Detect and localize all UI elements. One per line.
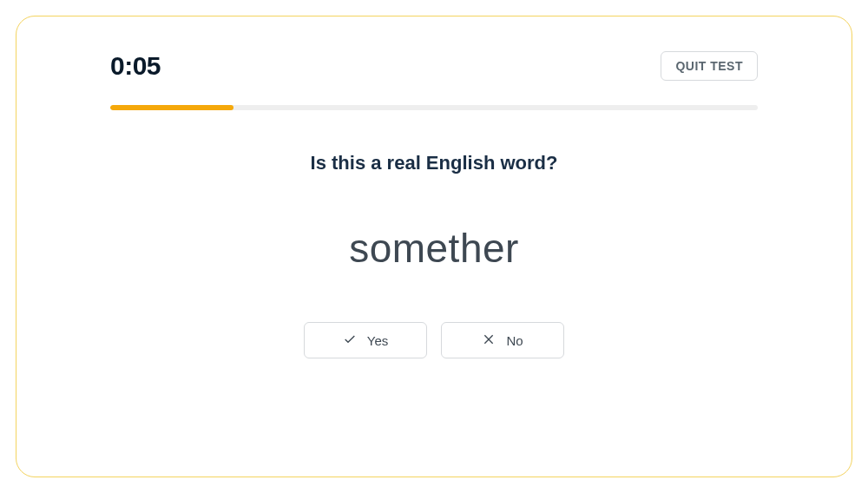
progress-bar	[110, 105, 758, 110]
quiz-card: 0:05 QUIT TEST Is this a real English wo…	[16, 16, 852, 477]
no-label: No	[506, 333, 523, 348]
quit-button[interactable]: QUIT TEST	[661, 51, 758, 81]
x-icon	[482, 332, 496, 349]
timer: 0:05	[110, 51, 161, 81]
check-icon	[343, 332, 357, 349]
yes-label: Yes	[367, 333, 388, 348]
answer-buttons: Yes No	[110, 322, 758, 358]
progress-fill	[110, 105, 233, 110]
yes-button[interactable]: Yes	[304, 322, 427, 358]
question-text: Is this a real English word?	[110, 152, 758, 174]
header-row: 0:05 QUIT TEST	[110, 51, 758, 81]
target-word: somether	[110, 225, 758, 272]
no-button[interactable]: No	[441, 322, 564, 358]
